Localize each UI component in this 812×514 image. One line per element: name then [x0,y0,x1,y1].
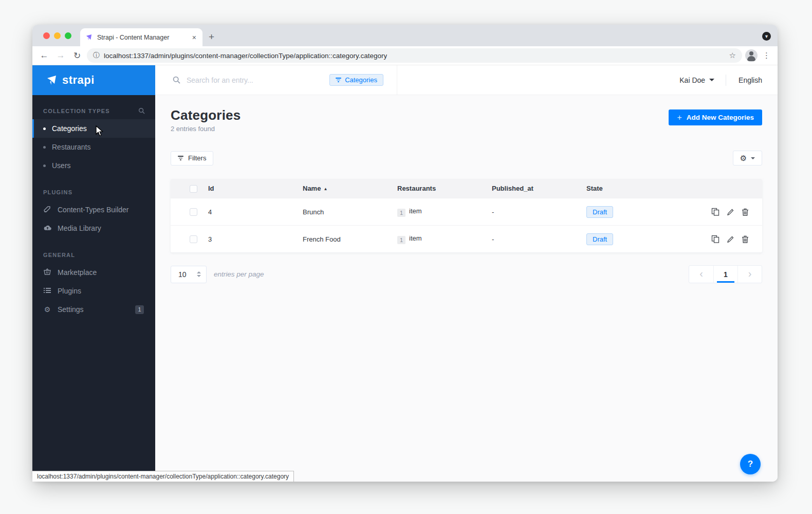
duplicate-icon[interactable] [711,208,719,216]
window-controls [43,32,71,39]
back-icon[interactable]: ← [38,50,51,61]
plus-icon: + [677,113,681,122]
sidebar-item-users[interactable]: Users [32,156,155,175]
gear-icon: ⚙ [740,154,747,163]
previous-page-button[interactable]: ‹ [689,266,713,283]
section-collection-types: COLLECTION TYPES Categories Restaurants [32,95,155,177]
filter-icon [178,156,183,160]
sidebar-item-settings[interactable]: ⚙ Settings 1 [32,300,155,319]
zoom-window-button[interactable] [65,32,71,39]
sidebar-item-marketplace[interactable]: Marketplace [32,263,155,282]
bullet-icon [43,164,46,167]
avatar-head [749,51,753,56]
chevron-left-icon: ‹ [699,268,703,281]
url-text: localhost:1337/admin/plugins/content-man… [104,52,387,60]
cell-published-at: - [492,208,586,216]
add-new-categories-button[interactable]: + Add New Categories [669,109,762,125]
new-tab-button[interactable]: + [209,31,214,43]
delete-icon[interactable] [742,208,749,216]
browser-menu-icon[interactable]: ⋮ [761,51,772,60]
column-header-state[interactable]: State [586,185,681,192]
chevron-down-icon [751,157,755,159]
list-icon [43,287,51,295]
sidebar-item-label: Media Library [58,224,101,232]
edit-icon[interactable] [727,235,734,243]
column-header-published-at[interactable]: Published_at [492,185,586,192]
sort-asc-icon: ▲ [323,187,327,191]
table-row[interactable]: 4 Brunch 1item - Draft [171,198,762,225]
strapi-logo[interactable]: strapi [32,65,155,95]
search-icon[interactable] [138,107,145,114]
paint-roller-icon [43,206,51,214]
cell-restaurants: 1item [397,234,492,244]
next-page-button[interactable]: › [737,266,762,283]
browser-profile-avatar[interactable] [745,49,758,62]
reload-icon[interactable]: ↻ [70,50,84,61]
close-window-button[interactable] [43,32,50,39]
entries-per-page-select[interactable]: 10 [171,266,207,283]
tab-search-button[interactable]: ▼ [762,32,771,41]
duplicate-icon[interactable] [711,235,719,243]
title-row: Categories 2 entries found + Add New Cat… [171,107,762,133]
table-toolbar: Filters ⚙ [171,151,762,166]
bullet-icon [43,127,46,130]
sidebar-item-restaurants[interactable]: Restaurants [32,138,155,156]
user-name: Kai Doe [679,76,705,84]
search-input[interactable] [187,76,323,84]
sidebar-item-plugins[interactable]: Plugins [32,282,155,300]
minimize-window-button[interactable] [54,32,61,39]
sidebar-item-label: Settings [58,305,84,314]
gear-icon: ⚙ [43,305,51,314]
search-icon[interactable] [173,76,180,84]
delete-icon[interactable] [742,235,749,243]
bookmark-star-icon[interactable]: ☆ [729,51,736,60]
sidebar-item-categories[interactable]: Categories [32,119,155,138]
sidebar-item-media-library[interactable]: Media Library [32,219,155,237]
entries-per-page-label: entries per page [214,270,264,278]
browser-window: Strapi - Content Manager × + ▼ ← → ↻ ⓘ l… [32,25,778,482]
url-bar[interactable]: ⓘ localhost:1337/admin/plugins/content-m… [87,48,742,63]
edit-icon[interactable] [727,208,734,216]
count-badge: 1 [397,209,405,217]
language-selector[interactable]: English [726,76,762,84]
cell-name: French Food [303,235,397,243]
table-settings-dropdown[interactable]: ⚙ [733,151,762,166]
basket-icon [43,268,51,277]
filters-button[interactable]: Filters [171,151,213,166]
count-badge: 1 [397,236,405,244]
select-all-checkbox[interactable] [190,185,197,193]
sidebar-item-label: Marketplace [58,268,97,277]
column-header-id[interactable]: Id [208,185,303,192]
sidebar-item-label: Categories [52,124,87,133]
table-row[interactable]: 3 French Food 1item - Draft [171,225,762,252]
page-info-icon[interactable]: ⓘ [93,51,100,60]
chevron-down-icon [709,79,714,81]
sidebar-item-content-types-builder[interactable]: Content-Types Builder [32,200,155,219]
tab-close-icon[interactable]: × [191,33,197,42]
sidebar-item-label: Users [52,161,71,170]
add-button-label: Add New Categories [687,114,754,121]
row-checkbox[interactable] [190,208,197,216]
content: Categories 2 entries found + Add New Cat… [155,95,778,482]
strapi-favicon [85,33,93,41]
column-header-restaurants[interactable]: Restaurants [397,185,492,192]
filter-chip-label: Categories [345,76,377,84]
current-page: 1 [724,270,728,279]
user-menu[interactable]: Kai Doe [679,76,726,84]
page-title: Categories [171,107,241,123]
sidebar-item-label: Restaurants [52,143,90,151]
header-right: Kai Doe English [679,75,778,86]
forward-icon[interactable]: → [54,50,67,61]
table-header-row: Id Name▲ Restaurants Published_at State [171,179,762,198]
filter-chip-categories[interactable]: Categories [329,74,383,86]
row-checkbox[interactable] [190,235,197,243]
browser-tab[interactable]: Strapi - Content Manager × [80,28,202,46]
avatar-body [747,56,755,61]
cell-id: 4 [208,208,303,216]
help-button[interactable]: ? [740,454,761,474]
filters-label: Filters [188,154,206,162]
active-page-indicator [717,281,734,283]
section-general: GENERAL Marketplace Plugins ⚙ Settin [32,240,155,321]
column-header-name[interactable]: Name▲ [303,185,397,192]
page-1-button[interactable]: 1 [713,266,737,283]
